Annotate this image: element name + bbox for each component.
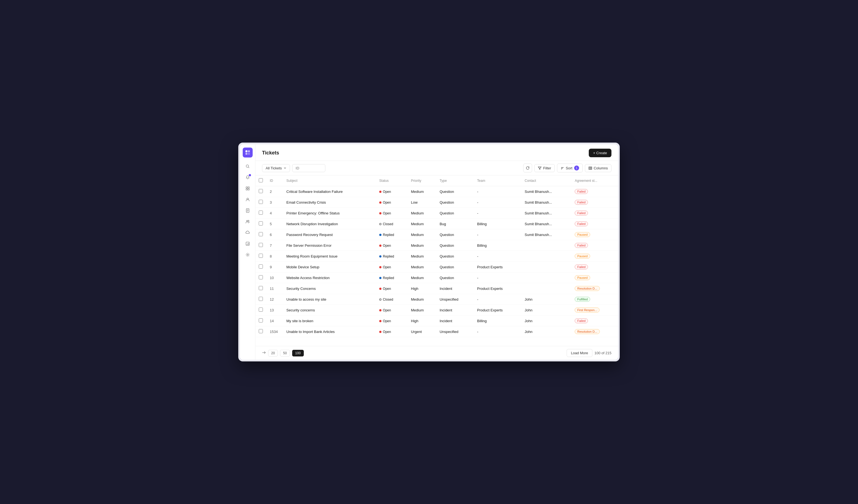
row-checkbox[interactable] bbox=[259, 329, 263, 333]
row-id: 7 bbox=[267, 240, 283, 251]
row-priority: Medium bbox=[408, 262, 436, 273]
expand-icon[interactable] bbox=[262, 351, 266, 355]
table-row: 10 Website Access Restriction Replied Me… bbox=[255, 273, 618, 283]
row-subject[interactable]: Network Disruption Investigation bbox=[283, 218, 376, 229]
sort-icon bbox=[560, 166, 564, 170]
row-agreement: Fulfilled bbox=[571, 294, 618, 305]
row-type: Incident bbox=[436, 315, 474, 326]
row-id: 4 bbox=[267, 208, 283, 218]
row-checkbox[interactable] bbox=[259, 189, 263, 193]
row-checkbox[interactable] bbox=[259, 264, 263, 269]
row-type: Incident bbox=[436, 283, 474, 294]
row-priority: High bbox=[408, 315, 436, 326]
row-checkbox[interactable] bbox=[259, 318, 263, 323]
row-id: 2 bbox=[267, 186, 283, 197]
row-subject[interactable]: Password Recovery Request bbox=[283, 229, 376, 240]
row-contact bbox=[521, 273, 572, 283]
row-subject[interactable]: Meeting Room Equipment Issue bbox=[283, 251, 376, 262]
row-subject[interactable]: File Server Permission Error bbox=[283, 240, 376, 251]
row-priority: Medium bbox=[408, 305, 436, 315]
row-subject[interactable]: Security concerns bbox=[283, 305, 376, 315]
row-id: 12 bbox=[267, 294, 283, 305]
row-subject[interactable]: Unable to Import Bank Articles bbox=[283, 326, 376, 337]
row-subject[interactable]: Website Access Restriction bbox=[283, 273, 376, 283]
toolbar: All Tickets Filter Sort 1 bbox=[255, 161, 618, 176]
row-status: Open bbox=[376, 262, 408, 273]
create-button[interactable]: + Create bbox=[589, 149, 611, 157]
table-row: 3 Email Connectivity Crisis Open Low Que… bbox=[255, 197, 618, 208]
tickets-table: ID Subject Status Priority Type Team Con… bbox=[255, 176, 618, 337]
row-agreement: Failed bbox=[571, 262, 618, 273]
row-contact: John bbox=[521, 305, 572, 315]
row-checkbox[interactable] bbox=[259, 221, 263, 226]
row-team: Product Experts bbox=[474, 283, 521, 294]
col-priority: Priority bbox=[408, 176, 436, 186]
tickets-icon[interactable] bbox=[243, 184, 252, 193]
reports-icon[interactable] bbox=[243, 239, 252, 248]
search-icon[interactable] bbox=[243, 162, 252, 171]
row-checkbox[interactable] bbox=[259, 286, 263, 290]
row-checkbox[interactable] bbox=[259, 211, 263, 215]
row-agreement: Failed bbox=[571, 186, 618, 197]
load-more-button[interactable]: Load More bbox=[567, 349, 592, 357]
row-checkbox[interactable] bbox=[259, 200, 263, 204]
row-subject[interactable]: Mobile Device Setup bbox=[283, 262, 376, 273]
table-row: 6 Password Recovery Request Replied Medi… bbox=[255, 229, 618, 240]
row-checkbox[interactable] bbox=[259, 275, 263, 279]
filter-button[interactable]: Filter bbox=[534, 164, 555, 172]
row-priority: High bbox=[408, 283, 436, 294]
row-priority: Medium bbox=[408, 240, 436, 251]
row-contact: John bbox=[521, 294, 572, 305]
all-tickets-dropdown[interactable]: All Tickets bbox=[262, 164, 290, 172]
row-team: - bbox=[474, 326, 521, 337]
svg-rect-1 bbox=[248, 150, 250, 152]
col-status: Status bbox=[376, 176, 408, 186]
row-checkbox[interactable] bbox=[259, 254, 263, 258]
row-checkbox[interactable] bbox=[259, 243, 263, 247]
row-status: Open bbox=[376, 326, 408, 337]
row-subject[interactable]: Unable to access my site bbox=[283, 294, 376, 305]
row-team: - bbox=[474, 229, 521, 240]
notification-icon[interactable] bbox=[243, 173, 252, 182]
teams-icon[interactable] bbox=[243, 217, 252, 226]
row-subject[interactable]: Critical Software Installation Failure bbox=[283, 186, 376, 197]
row-subject[interactable]: Printer Emergency: Offline Status bbox=[283, 208, 376, 218]
svg-rect-27 bbox=[590, 167, 591, 169]
row-team: Product Experts bbox=[474, 305, 521, 315]
filter-icon bbox=[538, 166, 541, 170]
row-contact: Sumit Bhanush... bbox=[521, 186, 572, 197]
svg-rect-3 bbox=[248, 153, 250, 155]
select-all-checkbox[interactable] bbox=[259, 178, 263, 182]
row-subject[interactable]: My site is broken bbox=[283, 315, 376, 326]
sort-button[interactable]: Sort 1 bbox=[557, 164, 583, 173]
row-team: - bbox=[474, 186, 521, 197]
row-team: Product Experts bbox=[474, 262, 521, 273]
row-status: Open bbox=[376, 315, 408, 326]
row-subject[interactable]: Security Concerns bbox=[283, 283, 376, 294]
row-team: - bbox=[474, 197, 521, 208]
row-subject[interactable]: Email Connectivity Crisis bbox=[283, 197, 376, 208]
refresh-button[interactable] bbox=[523, 164, 532, 173]
row-checkbox[interactable] bbox=[259, 232, 263, 236]
row-contact bbox=[521, 283, 572, 294]
contacts-icon[interactable] bbox=[243, 195, 252, 204]
row-team: - bbox=[474, 294, 521, 305]
docs-icon[interactable] bbox=[243, 206, 252, 215]
row-checkbox[interactable] bbox=[259, 308, 263, 312]
row-checkbox[interactable] bbox=[259, 297, 263, 301]
row-agreement: Paused bbox=[571, 273, 618, 283]
page-size-20[interactable]: 20 bbox=[268, 350, 278, 356]
app-logo[interactable] bbox=[243, 148, 253, 158]
page-size-100[interactable]: 100 bbox=[292, 350, 304, 356]
svg-rect-26 bbox=[589, 167, 590, 169]
row-team: - bbox=[474, 208, 521, 218]
row-team: Billing bbox=[474, 240, 521, 251]
columns-button[interactable]: Columns bbox=[585, 164, 611, 172]
cloud-icon[interactable] bbox=[243, 228, 252, 237]
settings-icon[interactable] bbox=[243, 250, 252, 259]
page-size-50[interactable]: 50 bbox=[280, 350, 290, 356]
id-search-input[interactable] bbox=[292, 164, 325, 172]
row-priority: Medium bbox=[408, 208, 436, 218]
svg-rect-7 bbox=[246, 187, 248, 188]
svg-point-16 bbox=[246, 221, 248, 222]
